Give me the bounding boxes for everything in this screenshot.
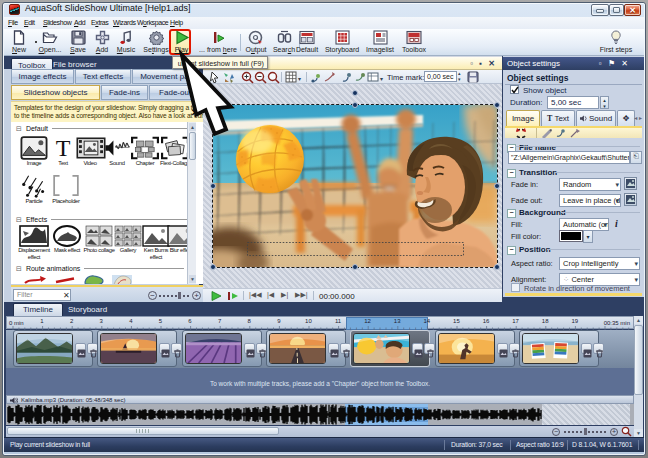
svg-text:T: T <box>56 136 71 160</box>
